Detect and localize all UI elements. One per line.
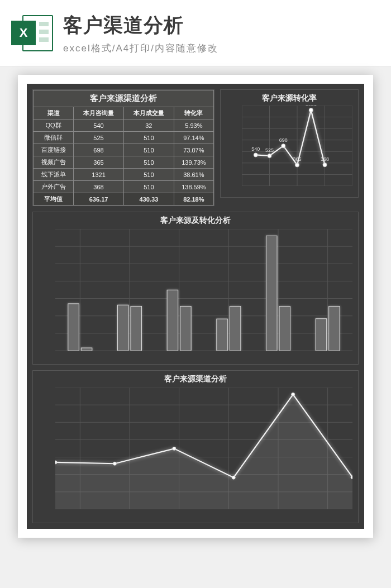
svg-text:1321: 1321 xyxy=(306,106,317,107)
data-table: 客户来源渠道分析 渠道本月咨询量本月成交量转化率 QQ群540325.93%微信… xyxy=(33,90,214,205)
svg-rect-67 xyxy=(81,348,92,351)
dashboard: 客户来源渠道分析 渠道本月咨询量本月成交量转化率 QQ群540325.93%微信… xyxy=(27,84,364,529)
table-cell: 5.93% xyxy=(174,119,213,132)
table-row: 户外广告368510138.59% xyxy=(34,181,214,193)
svg-point-110 xyxy=(292,393,295,396)
svg-point-32 xyxy=(295,163,299,167)
svg-rect-71 xyxy=(180,307,192,351)
table-cell: 698 xyxy=(74,144,124,156)
table-cell: 32 xyxy=(123,119,174,132)
excel-icon: X xyxy=(11,12,53,54)
svg-text:525: 525 xyxy=(265,147,274,153)
table-cell: 510 xyxy=(123,169,174,181)
table-row: QQ群540325.93% xyxy=(34,119,214,132)
svg-point-107 xyxy=(113,462,116,465)
svg-rect-76 xyxy=(316,319,327,351)
table-row: 视频广告365510139.73% xyxy=(34,156,214,169)
rate-chart-panel: 客户来源转化率 02004006008001000120014000246854… xyxy=(220,89,359,198)
svg-rect-75 xyxy=(279,307,290,351)
table-footer-cell: 82.18% xyxy=(174,193,213,205)
area-chart-panel: 客户来源渠道分析 0200400600800100012001400QQ群微信群… xyxy=(32,370,359,523)
table-cell: 73.07% xyxy=(174,144,213,156)
chart2-title: 客户来源及转化分析 xyxy=(33,212,358,229)
chart1-title: 客户来源转化率 xyxy=(221,90,358,107)
banner-header: X 客户渠道分析 excel格式/A4打印/内容随意修改 xyxy=(0,0,391,67)
table-cell: 540 xyxy=(74,119,124,132)
table-cell: QQ群 xyxy=(34,119,74,132)
table-cell: 38.61% xyxy=(174,169,213,181)
header-subtitle: excel格式/A4打印/内容随意修改 xyxy=(63,42,380,55)
svg-point-34 xyxy=(309,108,313,112)
svg-text:540: 540 xyxy=(251,146,260,152)
svg-rect-73 xyxy=(230,307,241,351)
svg-point-26 xyxy=(254,153,258,157)
svg-point-109 xyxy=(232,476,235,479)
table-cell: 户外广告 xyxy=(34,181,74,193)
table-col-header: 本月咨询量 xyxy=(74,107,124,119)
table-cell: 97.14% xyxy=(174,132,213,144)
table-cell: 368 xyxy=(74,181,124,193)
table-cell: 线下派单 xyxy=(34,169,74,181)
svg-point-28 xyxy=(268,154,271,158)
table-cell: 525 xyxy=(74,132,124,144)
svg-text:365: 365 xyxy=(293,156,301,162)
svg-rect-74 xyxy=(266,236,277,351)
table-cell: 510 xyxy=(123,181,174,193)
table-cell: 365 xyxy=(74,156,124,169)
table-cell: 百度链接 xyxy=(34,144,74,156)
svg-point-111 xyxy=(351,476,352,479)
svg-rect-70 xyxy=(167,290,178,351)
svg-point-30 xyxy=(282,144,285,148)
svg-rect-77 xyxy=(329,307,340,351)
table-col-header: 本月成交量 xyxy=(123,107,174,119)
header-title: 客户渠道分析 xyxy=(63,12,380,39)
table-footer-cell: 平均值 xyxy=(34,193,74,205)
bar-chart-panel: 客户来源及转化分析 0200400600800100012001400QQ群微信… xyxy=(32,212,359,365)
table-cell: 138.59% xyxy=(174,181,213,193)
page-card: 客户来源渠道分析 渠道本月咨询量本月成交量转化率 QQ群540325.93%微信… xyxy=(18,75,373,538)
table-footer-cell: 430.33 xyxy=(123,193,174,205)
table-footer-cell: 636.17 xyxy=(74,193,124,205)
table-row: 微信群52551097.14% xyxy=(34,132,214,144)
svg-rect-69 xyxy=(131,307,142,351)
table-row: 线下派单132151038.61% xyxy=(34,169,214,181)
table-cell: 视频广告 xyxy=(34,156,74,169)
svg-point-108 xyxy=(173,447,176,450)
table-title: 客户来源渠道分析 xyxy=(34,90,214,107)
header-text: 客户渠道分析 excel格式/A4打印/内容随意修改 xyxy=(63,12,380,55)
table-cell: 139.73% xyxy=(174,156,213,169)
chart3-title: 客户来源渠道分析 xyxy=(33,371,358,388)
svg-point-36 xyxy=(323,163,327,167)
svg-text:368: 368 xyxy=(321,156,329,162)
table-cell: 510 xyxy=(123,144,174,156)
table-col-header: 转化率 xyxy=(174,107,213,119)
table-row: 百度链接69851073.07% xyxy=(34,144,214,156)
svg-rect-66 xyxy=(68,304,79,351)
svg-text:698: 698 xyxy=(279,137,288,143)
table-cell: 510 xyxy=(123,132,174,144)
table-cell: 1321 xyxy=(74,169,124,181)
svg-rect-68 xyxy=(117,305,128,351)
table-panel: 客户来源渠道分析 渠道本月咨询量本月成交量转化率 QQ群540325.93%微信… xyxy=(32,89,214,206)
table-col-header: 渠道 xyxy=(34,107,74,119)
svg-point-106 xyxy=(55,461,57,464)
table-cell: 510 xyxy=(123,156,174,169)
table-cell: 微信群 xyxy=(34,132,74,144)
svg-rect-72 xyxy=(217,319,228,351)
